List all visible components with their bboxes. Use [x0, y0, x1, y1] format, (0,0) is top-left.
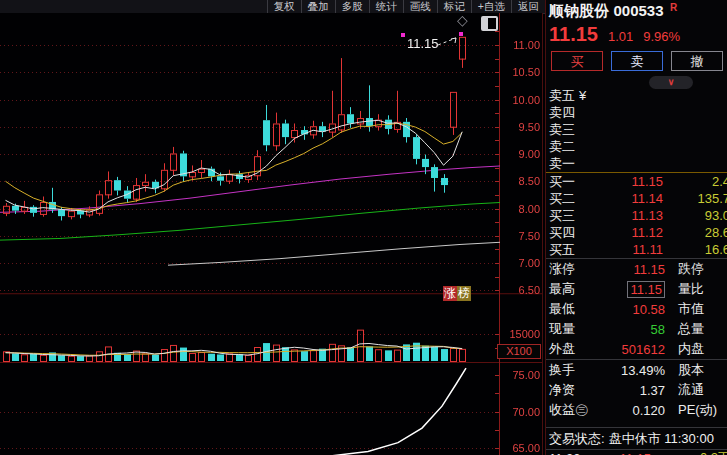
- trade-status-value: 盘中休市 11:30:00: [609, 430, 714, 448]
- stat-value: 58: [593, 322, 665, 337]
- buy-level-price: 11.12: [591, 225, 663, 240]
- stat-label: 涨停: [549, 260, 593, 278]
- buy-level-row[interactable]: 买一11.152.4万: [546, 172, 727, 190]
- buy-level-amount: 2.4万: [663, 173, 727, 191]
- buy-level-label: 买四: [549, 224, 579, 242]
- stat-label: 最低: [549, 300, 593, 318]
- stat-label: 现量: [549, 320, 593, 338]
- buy-level-price: 11.15: [591, 174, 663, 189]
- price-change-pct: 9.96%: [643, 29, 680, 44]
- stat-label: 净资: [549, 381, 593, 399]
- price-row: 11.15 1.01 9.96%: [546, 23, 727, 49]
- chevron-down-icon[interactable]: ∨: [649, 76, 693, 89]
- volume-unit-label: X100: [497, 344, 541, 359]
- buy-level-label: 买二: [549, 190, 579, 208]
- buy-level-amount: 93.0万: [663, 207, 727, 225]
- stat-value: 11.15: [593, 262, 665, 277]
- stat-value: 501612: [593, 342, 665, 357]
- stat-label: 最高: [549, 280, 593, 298]
- stat-label-2: 市值: [678, 300, 704, 318]
- stat-value: 13.49%: [593, 363, 665, 378]
- buy-level-row[interactable]: 买二11.14135.7万: [546, 190, 727, 207]
- tick-amount: 0.2万: [651, 449, 727, 455]
- toolbar-item-1[interactable]: 叠加: [301, 0, 335, 13]
- toolbar-item-2[interactable]: 多股: [335, 0, 369, 13]
- stock-header: 顺钠股份 000533 R: [546, 0, 727, 23]
- buy-level-amount: 16.6万: [663, 241, 727, 259]
- buy-level-row[interactable]: 买三11.1393.0万: [546, 207, 727, 224]
- stat-value: 0.120: [593, 403, 665, 418]
- stock-name: 顺钠股份: [549, 2, 609, 19]
- sell-level-label: 卖三: [549, 121, 579, 139]
- stat-row: 换手13.49%股本: [546, 360, 727, 380]
- stat-value: 1.37: [593, 383, 665, 398]
- stat-row: 最低10.58市值: [546, 299, 727, 319]
- buy-level-row[interactable]: 买五11.1116.6万: [546, 241, 727, 258]
- toolbar-item-7[interactable]: 返回: [511, 0, 545, 13]
- tick-price: 11.15: [589, 451, 651, 455]
- price-callout-label: 11.15: [407, 36, 439, 51]
- diamond-marker-icon[interactable]: ◇: [457, 13, 468, 28]
- buy-level-label: 买三: [549, 207, 579, 225]
- stats-section-2: 换手13.49%股本净资1.37流通收益㊂0.120PE(动): [546, 359, 727, 420]
- stat-value: 11.15: [593, 282, 665, 297]
- toolbar-item-6[interactable]: +自选: [471, 0, 511, 13]
- buy-level-label: 买五: [549, 241, 579, 259]
- buy-level-amount: 135.7万: [663, 190, 727, 208]
- split-layout-icon[interactable]: [481, 16, 498, 31]
- stat-row: 最高11.15量比: [546, 279, 727, 299]
- toolbar-item-4[interactable]: 画线: [403, 0, 437, 13]
- sell-level-label: 卖五: [549, 87, 579, 105]
- sell-level-row[interactable]: 卖五¥: [546, 87, 727, 104]
- registered-flag: R: [670, 2, 677, 13]
- stat-label-2: 流通: [678, 381, 704, 399]
- buy-button[interactable]: 买: [551, 51, 603, 71]
- last-tick-row[interactable]: 11:23 11.15 0.2万: [546, 450, 727, 455]
- buy-level-row[interactable]: 买四11.1228.6万: [546, 224, 727, 241]
- stat-label: 收益㊂: [549, 401, 593, 419]
- quote-panel: 顺钠股份 000533 R 11.15 1.01 9.96% 买 卖 撤 ∨ 卖…: [545, 0, 727, 455]
- rank-badge-char-2: 榜: [457, 286, 471, 301]
- trade-buttons: 买 卖 撤: [546, 49, 727, 74]
- order-book: 卖五¥卖四卖三卖二卖一买一11.152.4万买二11.14135.7万买三11.…: [546, 87, 727, 258]
- stat-label: 外盘: [549, 340, 593, 358]
- stock-app-window: 复权叠加多股统计画线标记+自选返回 ◇ 11.15 涨 榜 X100 顺钠股份 …: [0, 0, 727, 455]
- toolbar-item-0[interactable]: 复权: [267, 0, 301, 13]
- last-price: 11.15: [549, 23, 598, 46]
- sell-level-row[interactable]: 卖一: [546, 155, 727, 172]
- cancel-order-button[interactable]: 撤: [671, 51, 723, 71]
- stat-label-2: PE(动): [678, 401, 717, 419]
- stat-label-2: 总量: [678, 320, 704, 338]
- stat-label-2: 内盘: [678, 340, 704, 358]
- trade-status-row: 交易状态: 盘中休市 11:30:00: [546, 427, 727, 450]
- stat-label-2: 量比: [678, 280, 704, 298]
- tick-time: 11:23: [549, 451, 589, 455]
- stat-row: 涨停11.15跌停: [546, 259, 727, 279]
- stats-section-1: 涨停11.15跌停最高11.15量比最低10.58市值现量58总量外盘50161…: [546, 258, 727, 359]
- sell-level-row[interactable]: 卖三: [546, 121, 727, 138]
- buy-level-amount: 28.6万: [663, 224, 727, 242]
- rank-badge[interactable]: 涨 榜: [443, 286, 471, 301]
- stat-label: 换手: [549, 361, 593, 379]
- sell-level-row[interactable]: 卖二: [546, 138, 727, 155]
- kline-chart-canvas[interactable]: [0, 13, 543, 455]
- trade-status-label: 交易状态:: [549, 430, 605, 448]
- buy-level-price: 11.11: [591, 242, 663, 257]
- sell-button[interactable]: 卖: [611, 51, 663, 71]
- buy-level-price: 11.13: [591, 208, 663, 223]
- sell-level-label: 卖二: [549, 138, 579, 156]
- stat-row: 外盘501612内盘: [546, 339, 727, 359]
- stat-label-2: 跌停: [678, 260, 704, 278]
- currency-symbol: ¥: [579, 88, 591, 103]
- stat-row: 收益㊂0.120PE(动): [546, 400, 727, 420]
- sell-level-label: 卖四: [549, 104, 579, 122]
- stat-row: 净资1.37流通: [546, 380, 727, 400]
- buy-level-price: 11.14: [591, 191, 663, 206]
- buy-level-label: 买一: [549, 173, 579, 191]
- price-change: 1.01: [608, 29, 633, 44]
- sell-level-label: 卖一: [549, 155, 579, 173]
- sell-level-row[interactable]: 卖四: [546, 104, 727, 121]
- toolbar-item-3[interactable]: 统计: [369, 0, 403, 13]
- rank-badge-char-1: 涨: [443, 286, 457, 301]
- stat-label-2: 股本: [678, 361, 704, 379]
